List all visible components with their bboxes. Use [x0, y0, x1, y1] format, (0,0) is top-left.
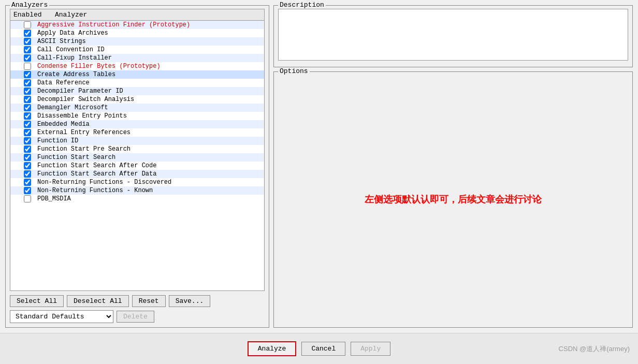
analyzers-group-title: Analyzers: [10, 1, 49, 9]
analyzer-checkbox[interactable]: [24, 195, 31, 202]
analyzer-checkbox[interactable]: [24, 88, 31, 95]
analyzer-row[interactable]: Decompiler Switch Analysis: [10, 95, 264, 104]
analyzer-name: Aggressive Instruction Finder (Prototype…: [37, 21, 190, 28]
analyzer-name: External Entry References: [37, 129, 130, 136]
analyzer-name: PDB_MSDIA: [37, 195, 71, 202]
analyzers-group: Analyzers Enabled Analyzer Aggressive In…: [5, 5, 269, 328]
analyzer-name: Non-Returning Functions - Known: [37, 187, 153, 194]
analyzer-checkbox[interactable]: [24, 54, 31, 62]
analyzer-checkbox[interactable]: [24, 104, 31, 111]
analyzer-name: Embedded Media: [37, 121, 90, 128]
analyzer-row[interactable]: Function ID: [10, 137, 264, 145]
description-group: Description: [273, 5, 633, 67]
analyzer-row[interactable]: Non-Returning Functions - Discovered: [10, 178, 264, 186]
analyzer-name: Disassemble Entry Points: [37, 112, 127, 120]
analyzer-name: Decompiler Parameter ID: [37, 88, 123, 95]
analyzer-name: Condense Filler Bytes (Prototype): [37, 63, 161, 70]
analyzer-checkbox[interactable]: [24, 30, 31, 37]
analyzer-checkbox[interactable]: [24, 46, 31, 53]
analyzer-row[interactable]: ASCII Strings: [10, 37, 264, 46]
reset-button[interactable]: Reset: [132, 295, 166, 307]
left-panel: Analyzers Enabled Analyzer Aggressive In…: [5, 5, 269, 328]
analyzer-row[interactable]: External Entry References: [10, 128, 264, 137]
analyzer-checkbox[interactable]: [24, 38, 31, 45]
description-content: [278, 9, 628, 61]
analyzer-row[interactable]: Non-Returning Functions - Known: [10, 186, 264, 195]
analyze-button[interactable]: Analyze: [248, 341, 297, 356]
header-enabled: Enabled: [13, 11, 45, 19]
analyzer-checkbox[interactable]: [24, 145, 31, 153]
analyzer-name: Function Start Search After Code: [37, 162, 156, 169]
analyzer-row[interactable]: Condense Filler Bytes (Prototype): [10, 62, 264, 70]
analyzer-name: Function ID: [37, 137, 78, 144]
save-button[interactable]: Save...: [169, 295, 211, 307]
analyzer-row[interactable]: Embedded Media: [10, 120, 264, 128]
cancel-button[interactable]: Cancel: [301, 342, 345, 356]
analyzer-checkbox[interactable]: [24, 162, 31, 169]
header-analyzer: Analyzer: [55, 11, 87, 19]
delete-button[interactable]: Delete: [117, 311, 154, 323]
defaults-dropdown[interactable]: Standard Defaults: [10, 310, 113, 323]
options-group: Options 左侧选项默认认即可，后续文章会进行讨论: [273, 71, 633, 328]
analyzer-name: Function Start Pre Search: [37, 145, 130, 153]
analyzer-checkbox[interactable]: [24, 21, 31, 28]
analyzer-row[interactable]: Demangler Microsoft: [10, 104, 264, 112]
analyzer-name: Call Convention ID: [37, 46, 105, 53]
watermark-text: CSDN @道人禅(armey): [559, 344, 630, 354]
analyzer-row[interactable]: Disassemble Entry Points: [10, 112, 264, 120]
analyzer-checkbox[interactable]: [24, 137, 31, 144]
analyzer-name: Function Start Search After Data: [37, 170, 156, 178]
analyzer-checkbox[interactable]: [24, 112, 31, 120]
dropdown-row: Standard Defaults Delete: [10, 310, 265, 323]
analyzer-row[interactable]: Function Start Pre Search: [10, 145, 264, 153]
analyzer-checkbox[interactable]: [24, 179, 31, 186]
bottom-bar: Analyze Cancel Apply CSDN @道人禅(armey): [0, 333, 638, 364]
analyzer-row[interactable]: Data Reference: [10, 79, 264, 87]
analyzer-checkbox[interactable]: [24, 154, 31, 161]
analyzer-checkbox[interactable]: [24, 129, 31, 136]
analyzer-row[interactable]: Call Convention ID: [10, 46, 264, 54]
analyzer-checkbox[interactable]: [24, 170, 31, 178]
analyzer-row[interactable]: Decompiler Parameter ID: [10, 87, 264, 95]
apply-button[interactable]: Apply: [351, 342, 390, 356]
analyzer-name: Data Reference: [37, 79, 90, 86]
analyzer-list-container: Aggressive Instruction Finder (Prototype…: [10, 21, 264, 290]
analyzer-checkbox[interactable]: [24, 71, 31, 78]
analyzer-name: Apply Data Archives: [37, 30, 108, 37]
button-row: Select All Deselect All Reset Save...: [10, 295, 265, 307]
analyzer-row[interactable]: Function Start Search After Code: [10, 162, 264, 170]
analyzer-row[interactable]: Aggressive Instruction Finder (Prototype…: [10, 21, 264, 29]
analyzer-table-header: Enabled Analyzer: [10, 9, 264, 21]
analyzer-checkbox[interactable]: [24, 96, 31, 103]
analyzer-row[interactable]: Function Start Search: [10, 153, 264, 162]
analyzer-name: Non-Returning Functions - Discovered: [37, 179, 171, 186]
analyzer-checkbox[interactable]: [24, 121, 31, 128]
right-panel: Description Options 左侧选项默认认即可，后续文章会进行讨论: [273, 5, 633, 328]
analyzer-name: Function Start Search: [37, 154, 115, 161]
options-annotation: 左侧选项默认认即可，后续文章会进行讨论: [365, 193, 542, 206]
select-all-button[interactable]: Select All: [10, 295, 64, 307]
analyzer-checkbox[interactable]: [24, 187, 31, 194]
analyzer-table: Enabled Analyzer Aggressive Instruction …: [10, 9, 265, 291]
analyzer-checkbox[interactable]: [24, 63, 31, 70]
analyzer-row[interactable]: PDB_MSDIA: [10, 195, 264, 203]
analyzer-name: Decompiler Switch Analysis: [37, 96, 134, 103]
analyzer-row[interactable]: Create Address Tables: [10, 70, 264, 79]
analyzer-row[interactable]: Apply Data Archives: [10, 29, 264, 37]
analyzer-row[interactable]: Function Start Search After Data: [10, 170, 264, 178]
description-title: Description: [278, 1, 326, 9]
analyzer-checkbox[interactable]: [24, 79, 31, 86]
analyzer-name: Demangler Microsoft: [37, 104, 108, 111]
analyzer-name: Call-Fixup Installer: [37, 54, 112, 62]
analyzer-name: Create Address Tables: [37, 71, 115, 78]
analyzer-row[interactable]: Call-Fixup Installer: [10, 54, 264, 62]
deselect-all-button[interactable]: Deselect All: [67, 295, 129, 307]
options-title: Options: [278, 67, 310, 75]
analyzer-name: ASCII Strings: [37, 38, 86, 45]
analyzer-list[interactable]: Aggressive Instruction Finder (Prototype…: [10, 21, 264, 290]
